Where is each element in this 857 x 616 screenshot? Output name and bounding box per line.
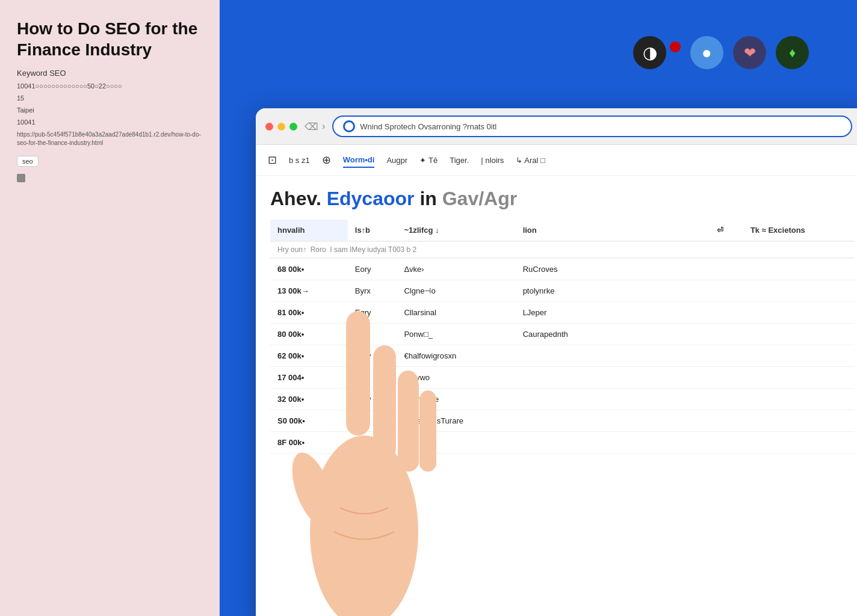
td-diff-6: Ryls: [348, 367, 397, 389]
browser-logo-icon: [343, 120, 355, 132]
page-title-gray: Gav/Agr: [442, 188, 517, 209]
tl-minimize[interactable]: [277, 123, 285, 131]
table-row: 17 004• Ryls Dalywo: [270, 367, 855, 389]
th-lion[interactable]: lion: [516, 220, 710, 241]
td-intent-6: Dalywo: [397, 367, 515, 389]
address-bar-text: Wnind Sprotech Ovsarroning ?rnats 0itl: [360, 122, 497, 131]
table-row: 8F 00k•: [270, 432, 855, 454]
th-label-zlifcg: ~1zlifcg ↓: [404, 226, 439, 235]
td-empty-8b: [743, 410, 855, 432]
th-lstb[interactable]: ls↑b: [348, 220, 397, 241]
forward-icon[interactable]: ›: [322, 121, 325, 132]
nav-buttons: ⌫ ›: [305, 121, 325, 132]
share-icon: ⊕: [322, 153, 331, 167]
th-label-lion: lion: [523, 226, 537, 235]
right-panel: ◑ ● ❤ ♦ ⌫ › Wnind Sprotech Ovsarroning ?…: [220, 0, 857, 616]
th-hnvalih[interactable]: hnvalih: [270, 220, 348, 241]
deco-circle-4: ♦: [776, 36, 809, 69]
nav-item-augpr[interactable]: Augpr: [386, 153, 407, 167]
tl-maximize[interactable]: [289, 123, 297, 131]
page-title-blue: Edycaoor: [327, 188, 415, 209]
td-diff-4: Bylg: [348, 324, 397, 345]
browser-toolbar: ⌫ › Wnind Sprotech Ovsarroning ?rnats 0i…: [256, 108, 857, 145]
td-empty-6a: [710, 367, 743, 389]
nav-label-te: Tē: [428, 156, 438, 165]
th-return[interactable]: ⏎: [710, 220, 743, 241]
secondary-nav: ⊡ b s z1 ⊕ Worm•di Augpr ✦ Tē Tiger. |: [256, 145, 857, 176]
td-volume-5: 62 00k•: [270, 345, 348, 367]
star-icon: ✦: [419, 156, 426, 165]
th-label-hnvalih: hnvalih: [277, 226, 305, 235]
deco-circle-2: ●: [690, 36, 723, 69]
td-empty-3b: [743, 302, 855, 324]
browser-page-title: Ahev. Edycaoor in Gav/Agr: [270, 188, 855, 210]
nav-item-tiger[interactable]: Tiger.: [450, 153, 469, 167]
td-keyword-4: Caurapednth: [516, 324, 710, 345]
td-intent-8: OhrepemsTurare: [397, 410, 515, 432]
td-empty-4b: [743, 324, 855, 345]
td-empty-2a: [710, 280, 743, 302]
address-bar[interactable]: Wnind Sprotech Ovsarroning ?rnats 0itl: [332, 116, 852, 137]
td-keyword-6: [516, 367, 710, 389]
return-icon: ⏎: [717, 226, 723, 235]
top-decoration: ◑ ● ❤ ♦: [633, 36, 809, 69]
td-keyword-5: [516, 345, 710, 367]
table-header-row: hnvalih ls↑b ~1zlifcg ↓ lion: [270, 220, 855, 241]
nav-label-tiger: Tiger.: [450, 156, 469, 165]
td-diff-3: Egry: [348, 302, 397, 324]
browser-window: ⌫ › Wnind Sprotech Ovsarroning ?rnats 0i…: [256, 108, 857, 616]
td-diff-9: [348, 432, 397, 454]
td-keyword-7: [516, 389, 710, 410]
nav-label-aral: ↳ Aral □: [516, 156, 545, 165]
deco-circle-1: ◑: [633, 36, 666, 69]
nav-item-bsz[interactable]: b s z1: [289, 153, 310, 167]
td-empty-6b: [743, 367, 855, 389]
nav-item-te[interactable]: ✦ Tē: [419, 153, 438, 167]
td-keyword-1: RuCroves: [516, 258, 710, 280]
td-keyword-3: LJeper: [516, 302, 710, 324]
nav-label-nloirs: | nloirs: [481, 156, 504, 165]
td-volume-7: 32 00k•: [270, 389, 348, 410]
table-row: 80 00k• Bylg Ponw□_ Caurapednth: [270, 324, 855, 345]
dot-accent: [670, 42, 681, 52]
td-empty-4a: [710, 324, 743, 345]
nav-label-worm: Worm•di: [343, 155, 375, 164]
td-volume-6: 17 004•: [270, 367, 348, 389]
browser-content: Ahev. Edycaoor in Gav/Agr hnvalih ls↑b: [256, 176, 857, 616]
nav-item-nloirs[interactable]: | nloirs: [481, 153, 504, 167]
nav-item-icon[interactable]: ⊡: [268, 151, 277, 169]
copy-icon[interactable]: [17, 174, 25, 182]
td-empty-5b: [743, 345, 855, 367]
td-empty-3a: [710, 302, 743, 324]
table-subheader: Hry oun↑ Roro I sam IMey iudyai T003 b 2: [270, 241, 855, 258]
table-row: 68 00k• Eory Δvke› RuCroves: [270, 258, 855, 280]
td-intent-3: Cllarsinal: [397, 302, 515, 324]
page-title: How to Do SEO for the Finance Industry: [17, 18, 203, 60]
nav-item-aral[interactable]: ↳ Aral □: [516, 153, 545, 167]
td-volume-3: 81 00k•: [270, 302, 348, 324]
td-keyword-2: ptolynrke: [516, 280, 710, 302]
page-title-text-2: in: [414, 188, 442, 209]
url-line: https://pub-5c454f571b8e40a3a2aad27ade84…: [17, 131, 203, 147]
td-empty-1a: [710, 258, 743, 280]
td-volume-4: 80 00k•: [270, 324, 348, 345]
td-keyword-8: [516, 410, 710, 432]
th-label-lstb: ls↑b: [355, 226, 370, 235]
nav-item-share[interactable]: ⊕: [322, 151, 331, 169]
nav-label-augpr: Augpr: [386, 156, 407, 165]
table-row: 32 00k• Bory Eowerave: [270, 389, 855, 410]
td-diff-8: Nilly: [348, 410, 397, 432]
th-zlifcg[interactable]: ~1zlifcg ↓: [397, 220, 515, 241]
back-icon[interactable]: ⌫: [305, 121, 318, 132]
td-volume-1: 68 00k•: [270, 258, 348, 280]
th-label-tk: Tk ≈ Excietons: [750, 226, 805, 235]
td-diff-5: Bury: [348, 345, 397, 367]
td-volume-8: S0 00k•: [270, 410, 348, 432]
td-volume-9: 8F 00k•: [270, 432, 348, 454]
th-tk[interactable]: Tk ≈ Excietons: [743, 220, 855, 241]
td-intent-7: Eowerave: [397, 389, 515, 410]
tl-close[interactable]: [265, 123, 273, 131]
table-row: S0 00k• Nilly OhrepemsTurare: [270, 410, 855, 432]
td-empty-9b: [743, 432, 855, 454]
nav-item-worm[interactable]: Worm•di: [343, 153, 375, 168]
